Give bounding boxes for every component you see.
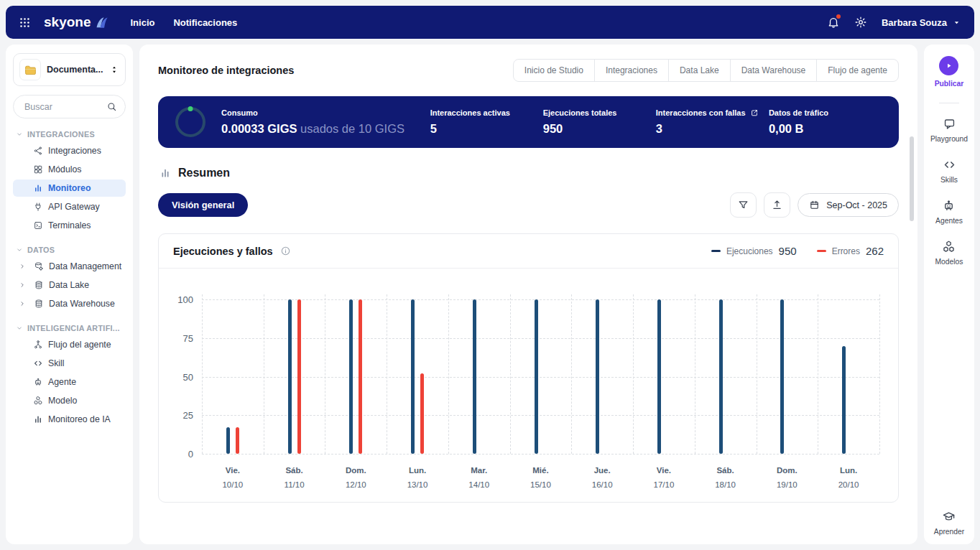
tab-inicio-de-studio[interactable]: Inicio de Studio <box>513 59 595 82</box>
modules-icon <box>33 164 43 174</box>
tab-data-warehouse[interactable]: Data Warehouse <box>730 59 818 82</box>
gridline-h <box>202 415 879 416</box>
settings-gear-icon[interactable] <box>854 16 867 29</box>
filter-button[interactable] <box>730 192 757 218</box>
nav-link-inicio[interactable]: Inicio <box>130 17 154 28</box>
sidebar-item-data-warehouse[interactable]: Data Warehouse <box>13 295 126 312</box>
sidebar-item-terminales[interactable]: Terminales <box>13 217 126 234</box>
rightbar-item-aprender[interactable]: Aprender <box>934 510 964 536</box>
sidebar-item-label: Modelo <box>48 396 77 406</box>
gridline-h <box>202 377 879 378</box>
chart-title: Ejecuciones y fallos <box>173 246 273 257</box>
main-panel: Monitoreo de integraciones Inicio de Stu… <box>139 45 917 544</box>
executions-chart-card: Ejecuciones y fallos Ejecuciones950Error… <box>158 233 899 503</box>
legend-dash <box>817 250 826 252</box>
nav-link-notificaciones[interactable]: Notificaciones <box>173 17 237 28</box>
rightbar-item-skills[interactable]: Skills <box>940 158 958 184</box>
stat-label: Interacciones con fallas <box>656 108 746 117</box>
tab-data-lake[interactable]: Data Lake <box>668 59 731 82</box>
gridline-h <box>202 454 879 455</box>
legend-value: 950 <box>779 245 797 257</box>
chevron-right-icon <box>19 281 26 289</box>
sidebar-item-integraciones[interactable]: Integraciones <box>13 142 126 159</box>
gridline-h <box>202 338 879 339</box>
divider <box>939 103 959 103</box>
sidebar-item-skill[interactable]: Skill <box>13 355 126 372</box>
date-range-picker[interactable]: Sep-Oct - 2025 <box>798 193 899 217</box>
plot-wrap: Vie.10/10Sáb.11/10Dom.12/10Lun.13/10Mar.… <box>202 290 879 492</box>
banner-stat: Datos de tráfico0,00 B <box>769 108 882 136</box>
rightbar-item-agentes[interactable]: Agentes <box>935 199 963 225</box>
external-link-icon[interactable] <box>750 108 759 117</box>
bar-ejecuciones-15-10 <box>535 299 538 454</box>
sidebar-item-monitoreo[interactable]: Monitoreo <box>13 180 126 197</box>
sidebar-item-label: Data Lake <box>49 280 89 290</box>
user-menu[interactable]: Barbara Souza <box>882 17 961 28</box>
banner-stat: Interacciones activas5 <box>430 108 543 136</box>
sidebar-item-label: Monitoreo <box>48 183 91 193</box>
sidebar-item-label: Data Warehouse <box>49 299 115 309</box>
sidebar-item-modelo[interactable]: Modelo <box>13 392 126 409</box>
x-tick-label: Jue.16/10 <box>571 463 633 492</box>
workspace-selector[interactable]: Documenta... <box>13 53 126 86</box>
tab-flujo-de-agente[interactable]: Flujo de agente <box>816 59 899 82</box>
summary-section-header: Resumen <box>160 167 897 180</box>
sidebar-section-header[interactable]: INTELIGENCIA ARTIFI... <box>16 324 124 332</box>
sidebar-item-label: Terminales <box>48 220 91 230</box>
overview-pill-button[interactable]: Visión general <box>158 193 248 217</box>
logo-swoosh-icon <box>93 14 108 30</box>
bar-ejecuciones-19-10 <box>780 299 784 454</box>
rightbar-item-label: Skills <box>940 176 958 184</box>
legend-value: 262 <box>866 245 884 257</box>
stat-label: Datos de tráfico <box>769 108 828 117</box>
plug-icon <box>33 202 43 212</box>
code-icon <box>943 158 956 172</box>
controls-row: Visión general Sep-Oct - 2025 <box>158 192 899 218</box>
chevron-right-icon <box>19 300 26 307</box>
rightbar-item-modelos[interactable]: Modelos <box>935 240 963 266</box>
bar-errores-10-10 <box>236 427 239 454</box>
notifications-bell-icon[interactable] <box>827 16 840 29</box>
chevron-down-icon <box>16 325 23 332</box>
sidebar-section-header[interactable]: DATOS <box>16 246 124 254</box>
section-label: DATOS <box>27 246 55 254</box>
sidebar-item-data-management[interactable]: Data Management <box>13 258 126 275</box>
bar-ejecuciones-17-10 <box>657 299 661 454</box>
search-icon[interactable] <box>106 101 117 112</box>
tab-integraciones[interactable]: Integraciones <box>594 59 669 82</box>
sidebar-item-monitoreo-de-ia[interactable]: Monitoreo de IA <box>13 411 126 428</box>
gridline-v <box>757 294 757 454</box>
rightbar-item-publicar[interactable]: Publicar <box>935 56 964 88</box>
bar-ejecuciones-12-10 <box>349 299 353 454</box>
chevron-right-icon <box>19 263 26 270</box>
sidebar-section-header[interactable]: INTEGRACIONES <box>16 130 124 139</box>
app-grid-icon[interactable] <box>19 17 31 29</box>
export-button[interactable] <box>764 192 790 218</box>
chart-header: Ejecuciones y fallos Ejecuciones950Error… <box>159 234 898 268</box>
sidebar-item-label: Flujo del agente <box>48 340 111 350</box>
bar-errores-11-10 <box>297 299 301 454</box>
rightbar-item-playground[interactable]: Playground <box>930 117 968 143</box>
banner-stat: Interacciones con fallas3 <box>656 108 769 136</box>
sidebar-item-api-gateway[interactable]: API Gateway <box>13 198 126 215</box>
sidebar-item-label: Data Management <box>49 261 121 271</box>
rightbar-item-label: Playground <box>930 135 968 143</box>
nav-left: skyone InicioNotificaciones <box>19 14 237 30</box>
sidebar-item-agente[interactable]: Agente <box>13 373 126 391</box>
search-input[interactable] <box>23 101 102 113</box>
legend-item-ejecuciones: Ejecuciones950 <box>711 245 797 257</box>
legend-dash <box>711 250 721 252</box>
sidebar-item-data-lake[interactable]: Data Lake <box>13 276 126 294</box>
gridline-v <box>202 294 203 454</box>
vertical-scrollbar[interactable] <box>910 136 914 221</box>
chevron-down-icon <box>16 246 23 253</box>
y-tick-label: 75 <box>183 332 193 343</box>
sidebar-item-m-dulos[interactable]: Módulos <box>13 161 126 178</box>
stat-value: 0,00 B <box>769 122 804 135</box>
info-icon[interactable] <box>280 246 291 256</box>
skyone-logo[interactable]: skyone <box>44 14 108 30</box>
sidebar-item-label: Módulos <box>48 164 81 174</box>
sidebar-item-flujo-del-agente[interactable]: Flujo del agente <box>13 336 126 353</box>
stat-label: Interacciones activas <box>430 108 510 117</box>
bar-ejecuciones-13-10 <box>411 299 415 454</box>
